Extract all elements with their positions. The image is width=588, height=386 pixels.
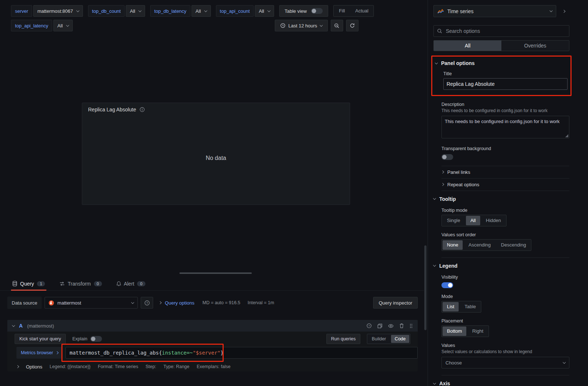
variable-top-db-count-value-text: All: [130, 8, 135, 14]
query-row-header[interactable]: A (mattermost) ?: [7, 320, 418, 332]
fill-option[interactable]: Fill: [334, 5, 350, 16]
tooltip-section-header[interactable]: Tooltip: [433, 195, 569, 203]
table-view-toggle[interactable]: [311, 8, 323, 14]
query-help-icon[interactable]: ?: [367, 323, 372, 328]
visualization-picker[interactable]: Time series: [433, 5, 556, 17]
variable-top-db-latency-value[interactable]: All: [191, 5, 210, 17]
variable-top-api-latency: top_api_latency All: [11, 20, 73, 31]
tooltip-header-text: Tooltip: [439, 196, 456, 202]
legend-values-select[interactable]: Choose: [441, 357, 569, 368]
collapse-options-pane-button[interactable]: [558, 6, 569, 17]
variable-top-db-latency-value-text: All: [196, 8, 201, 14]
query-editor-card: A (mattermost) ?: [7, 320, 418, 371]
chevron-right-icon: [16, 365, 19, 368]
legend-mode-label: Mode: [441, 294, 569, 299]
panel-info-icon[interactable]: [140, 107, 145, 112]
collapse-query-icon[interactable]: [12, 324, 15, 326]
promql-metric-token: mattermost_db_replica_lag_abs{: [69, 350, 162, 356]
tab-transform[interactable]: Transform 0: [58, 279, 103, 291]
table-view-toggle-group[interactable]: Table view: [279, 5, 329, 17]
clock-icon: [280, 23, 285, 28]
sort-none[interactable]: None: [443, 240, 463, 250]
variable-top-api-count-label[interactable]: top_api_count: [216, 5, 254, 17]
options-search[interactable]: [433, 25, 569, 37]
kick-start-query-button[interactable]: Kick start your query: [15, 334, 66, 344]
options-pane-scrollbar[interactable]: [424, 245, 426, 330]
time-controls: Last 12 hours: [275, 20, 359, 31]
zoom-out-time-button[interactable]: [331, 20, 343, 31]
drag-handle-icon[interactable]: [410, 324, 413, 328]
placement-right[interactable]: Right: [467, 326, 488, 337]
query-options-toggle[interactable]: Query options: [159, 300, 194, 306]
tab-overrides[interactable]: Overrides: [501, 41, 569, 51]
variable-top-db-latency-label[interactable]: top_db_latency: [150, 5, 190, 17]
run-queries-button[interactable]: Run queries: [326, 334, 360, 344]
caret-down-icon: [267, 9, 270, 12]
values-sort-order-label: Values sort order: [441, 232, 569, 237]
panel-links-row[interactable]: Panel links: [441, 166, 569, 178]
transparent-background-toggle[interactable]: [441, 154, 453, 160]
caret-down-icon: [204, 9, 207, 12]
sort-ascending[interactable]: Ascending: [463, 240, 496, 251]
repeat-options-row[interactable]: Repeat options: [441, 179, 569, 191]
tab-transform-label: Transform: [68, 281, 91, 287]
variable-server-label[interactable]: server: [11, 5, 32, 17]
hide-query-eye-icon[interactable]: [388, 324, 394, 328]
explain-toggle-group: Explain: [72, 336, 102, 342]
variable-server-value[interactable]: mattermost:8067: [33, 5, 83, 17]
delete-query-trash-icon[interactable]: [399, 323, 404, 328]
explain-toggle[interactable]: [90, 336, 102, 342]
refresh-button[interactable]: [346, 20, 359, 31]
panel-options-section-header[interactable]: Panel options: [435, 59, 568, 68]
tab-query[interactable]: Query 1: [11, 279, 46, 291]
variable-top-api-latency-value[interactable]: All: [53, 20, 72, 31]
panel-title-input[interactable]: [443, 78, 568, 90]
datasource-help-button[interactable]: ?: [141, 297, 153, 309]
panel-description-textarea[interactable]: This needs to be configured in config.js…: [441, 116, 569, 138]
refresh-icon: [350, 23, 355, 28]
query-options-summary-row: Options Legend: {{instance}} Format: Tim…: [16, 362, 418, 371]
datasource-picker[interactable]: mattermost: [45, 297, 138, 309]
options-toggle[interactable]: Options: [26, 364, 42, 370]
options-sidebar: Time series All Overrides Panel options …: [430, 0, 573, 386]
builder-option[interactable]: Builder: [367, 334, 390, 344]
legend-section-header[interactable]: Legend: [433, 261, 569, 270]
panel-editor-main: server mattermost:8067 top_db_count All …: [0, 0, 428, 386]
time-range-picker[interactable]: Last 12 hours: [275, 20, 328, 31]
tooltip-mode-hidden[interactable]: Hidden: [481, 215, 506, 226]
promql-expression-input[interactable]: mattermost_db_replica_lag_abs{instance=~…: [65, 347, 418, 359]
tab-all-options[interactable]: All: [434, 41, 501, 51]
variable-top-api-latency-label[interactable]: top_api_latency: [11, 20, 52, 31]
code-option[interactable]: Code: [391, 335, 409, 343]
actual-option[interactable]: Actual: [350, 5, 373, 16]
variable-top-db-count-value[interactable]: All: [126, 5, 145, 17]
legend-mode-list[interactable]: List: [443, 302, 459, 312]
metrics-browser-button[interactable]: Metrics browser: [16, 347, 62, 359]
database-icon: [12, 281, 17, 286]
tooltip-mode-label: Tooltip mode: [441, 208, 569, 213]
variable-top-api-count-value[interactable]: All: [255, 5, 274, 17]
zoom-out-icon: [334, 23, 339, 28]
tab-alert-badge: 0: [137, 281, 145, 286]
placement-bottom[interactable]: Bottom: [443, 326, 466, 336]
chevron-right-icon: [562, 9, 565, 12]
tab-alert-label: Alert: [124, 281, 134, 287]
editor-resize-handle[interactable]: [179, 272, 252, 274]
tab-alert[interactable]: Alert 0: [115, 279, 147, 291]
axis-section-header[interactable]: Axis: [433, 379, 569, 386]
variable-top-db-count-label[interactable]: top_db_count: [88, 5, 125, 17]
interval-text: Interval = 1m: [248, 300, 274, 305]
sort-descending[interactable]: Descending: [496, 240, 531, 251]
query-inspector-button[interactable]: Query inspector: [373, 297, 418, 309]
time-range-label: Last 12 hours: [288, 23, 317, 28]
legend-visibility-toggle[interactable]: [441, 282, 453, 288]
legend-mode-table[interactable]: Table: [459, 301, 481, 312]
options-search-input[interactable]: [445, 28, 566, 34]
textarea-resize-handle[interactable]: [565, 134, 568, 137]
duplicate-query-icon[interactable]: [378, 324, 382, 328]
legend-format-text: Legend: {{instance}}: [50, 364, 91, 369]
query-expression-row: Metrics browser mattermost_db_replica_la…: [16, 347, 418, 359]
tooltip-mode-single[interactable]: Single: [442, 215, 465, 226]
tooltip-mode-all[interactable]: All: [466, 216, 480, 225]
query-datasource-hint: (mattermost): [27, 323, 54, 329]
